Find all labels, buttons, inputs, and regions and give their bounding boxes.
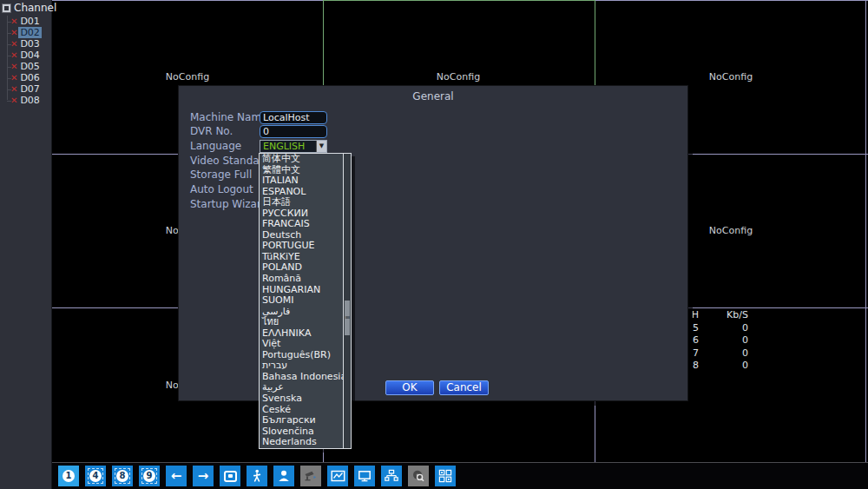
- language-option[interactable]: České: [260, 405, 351, 416]
- channel-panel-icon: [2, 3, 11, 13]
- channel-item[interactable]: ✕ D08: [0, 95, 51, 106]
- dvr-no-label: DVR No.: [190, 125, 233, 138]
- auto-logout-label: Auto Logout: [190, 183, 253, 196]
- channel-label: D03: [18, 38, 41, 50]
- language-option[interactable]: PORTUGUÊ: [260, 241, 351, 252]
- chevron-down-icon[interactable]: ▼: [316, 141, 326, 152]
- language-option[interactable]: ITALIAN: [260, 175, 351, 187]
- cancel-button[interactable]: Cancel: [439, 380, 489, 395]
- channel-x-icon: ✕: [10, 16, 17, 27]
- channel-item[interactable]: ✕ D05: [0, 61, 51, 72]
- language-option[interactable]: 日本語: [260, 197, 351, 208]
- disk-search-button[interactable]: [408, 466, 429, 486]
- language-option[interactable]: HUNGARIAN: [260, 285, 351, 296]
- chart-icon: [331, 469, 345, 483]
- cctv-camera-icon: [304, 469, 318, 483]
- channel-panel-title: Channel: [14, 2, 56, 14]
- view-single-button[interactable]: 1: [58, 466, 79, 486]
- channel-panel-header[interactable]: Channel: [0, 0, 51, 14]
- noconfig-label: NoConfig: [709, 225, 753, 236]
- pedestrian-detect-button[interactable]: [247, 466, 267, 486]
- camera-device-button[interactable]: [300, 466, 321, 486]
- dropdown-scrollbar-thumb[interactable]: ≡: [345, 301, 350, 335]
- bitrate-value: 0: [699, 322, 748, 335]
- disk-search-icon: [411, 469, 425, 483]
- bitrate-kbs-header: Kb/S: [699, 309, 748, 322]
- dialog-title: General: [179, 90, 687, 102]
- language-option[interactable]: ไทย: [260, 317, 351, 328]
- language-option[interactable]: ΕΛΛΗΝΙΚΑ: [260, 328, 351, 340]
- tour-button[interactable]: [220, 466, 240, 486]
- channel-x-icon: ✕: [10, 61, 17, 72]
- view-eight-button[interactable]: 8: [112, 466, 133, 486]
- language-option[interactable]: Bahasa Indonesia: [260, 372, 351, 383]
- tour-icon: [224, 471, 237, 482]
- channel-label: D02: [18, 27, 41, 38]
- view-eight-icon: 8: [116, 470, 128, 482]
- dvr-screen: NoConfig NoConfig NoConfig NoConfig NoCo…: [0, 0, 868, 489]
- channel-label: D04: [18, 50, 41, 61]
- language-select[interactable]: ENGLISH ▼: [260, 140, 327, 153]
- general-dialog: General Machine Name DVR No. Language Vi…: [178, 85, 688, 401]
- dropdown-scrollbar[interactable]: ≡: [343, 154, 351, 448]
- channel-x-icon: ✕: [10, 27, 17, 38]
- view-nine-icon: 9: [143, 470, 155, 482]
- language-option[interactable]: Română: [260, 274, 351, 285]
- channel-label: D01: [18, 16, 41, 27]
- view-quad-icon: 4: [89, 470, 102, 482]
- noconfig-label: NoConfig: [709, 71, 753, 83]
- language-option[interactable]: فارسي: [260, 307, 351, 318]
- language-option[interactable]: 简体中文: [260, 154, 351, 165]
- language-option[interactable]: 繁體中文: [260, 165, 351, 176]
- channel-list: ✕ D01 ✕ D02 ✕ D03 ✕ D04: [0, 16, 51, 106]
- playback-chart-button[interactable]: [327, 466, 348, 486]
- ok-button[interactable]: OK: [385, 380, 434, 395]
- machine-name-input[interactable]: [260, 111, 327, 124]
- language-option[interactable]: SUOMI: [260, 295, 351, 307]
- channel-item[interactable]: ✕ D07: [0, 83, 51, 95]
- channel-item[interactable]: ✕ D03: [0, 38, 51, 50]
- bitrate-value: 0: [699, 347, 748, 360]
- selected-cell-border-top: [323, 0, 595, 1]
- grid-line-right: [865, 0, 866, 463]
- channel-item[interactable]: ✕ D06: [0, 72, 51, 83]
- language-option[interactable]: Português(BR): [260, 350, 351, 361]
- channel-item[interactable]: ✕ D02: [0, 27, 51, 38]
- language-option[interactable]: Nederlands: [260, 437, 351, 448]
- channel-label: D08: [18, 95, 41, 106]
- language-option[interactable]: РУССКИЙ: [260, 208, 351, 220]
- language-dropdown-list: 简体中文 繁體中文 ITALIAN ESPAÑOL 日本語 РУССКИЙ FR…: [259, 153, 352, 449]
- user-account-button[interactable]: [273, 466, 294, 486]
- view-nine-button[interactable]: 9: [139, 466, 160, 486]
- channel-label: D07: [18, 83, 41, 95]
- multi-channel-button[interactable]: [435, 466, 456, 486]
- prev-page-button[interactable]: ←: [166, 466, 187, 486]
- arrow-left-icon: ←: [171, 466, 182, 486]
- language-option[interactable]: FRANCAIS: [260, 219, 351, 230]
- channel-item[interactable]: ✕ D04: [0, 50, 51, 61]
- language-option[interactable]: Việt: [260, 339, 351, 350]
- language-option[interactable]: POLAND: [260, 262, 351, 274]
- language-option[interactable]: عربية: [260, 382, 351, 393]
- dvr-no-input[interactable]: [260, 125, 327, 138]
- language-option[interactable]: Svenska: [260, 393, 351, 405]
- channel-x-icon: ✕: [10, 38, 17, 50]
- channel-label: D05: [18, 61, 41, 72]
- language-option[interactable]: Slovenčina: [260, 426, 351, 438]
- language-option[interactable]: Български: [260, 415, 351, 426]
- language-option[interactable]: TüRKiYE: [260, 252, 351, 263]
- network-icon: [385, 469, 398, 483]
- next-page-button[interactable]: →: [193, 466, 214, 486]
- language-option[interactable]: ESPAÑOL: [260, 187, 351, 198]
- noconfig-label: NoConfig: [166, 71, 209, 83]
- language-option[interactable]: עברית: [260, 360, 351, 372]
- noconfig-label: NoConfig: [437, 71, 480, 83]
- channel-item[interactable]: ✕ D01: [0, 16, 51, 27]
- multi-view-icon: [438, 469, 452, 483]
- bottom-toolbar: 1 4 8 9 ← →: [52, 462, 868, 489]
- arrow-right-icon: →: [198, 466, 209, 486]
- view-quad-button[interactable]: 4: [85, 466, 106, 486]
- network-button[interactable]: [381, 466, 402, 486]
- language-option[interactable]: Deutsch: [260, 230, 351, 241]
- display-output-button[interactable]: [354, 466, 375, 486]
